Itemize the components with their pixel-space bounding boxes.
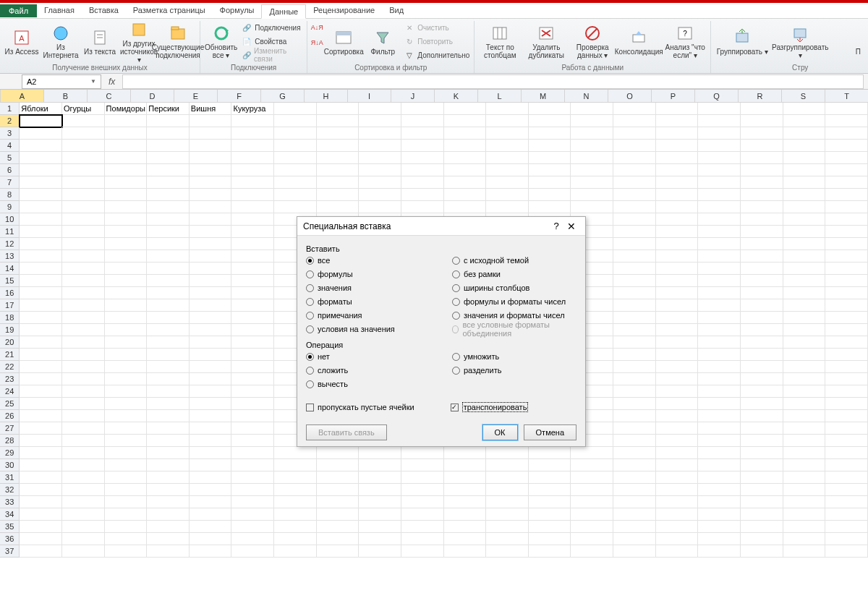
- cell[interactable]: [401, 164, 444, 176]
- tab-Разметка страницы[interactable]: Разметка страницы: [126, 4, 213, 18]
- cell[interactable]: [231, 324, 274, 336]
- name-box[interactable]: A2▼: [22, 74, 101, 89]
- cell[interactable]: [62, 336, 105, 349]
- cell[interactable]: [741, 361, 783, 373]
- cell[interactable]: [190, 312, 232, 324]
- cell[interactable]: [444, 127, 487, 140]
- cell[interactable]: [20, 422, 62, 435]
- cell[interactable]: [62, 385, 105, 398]
- cell[interactable]: [231, 398, 274, 410]
- cell[interactable]: [529, 201, 571, 213]
- cell[interactable]: [825, 152, 868, 164]
- cell[interactable]: [274, 176, 317, 189]
- cell[interactable]: [401, 189, 444, 201]
- cell[interactable]: [317, 103, 359, 115]
- cell[interactable]: [613, 422, 656, 435]
- cell[interactable]: [105, 361, 148, 373]
- cell[interactable]: [317, 459, 359, 471]
- cell[interactable]: [147, 299, 190, 312]
- cell[interactable]: [190, 545, 232, 558]
- row-header[interactable]: 18: [0, 312, 20, 324]
- cell[interactable]: [613, 176, 656, 189]
- cell[interactable]: [444, 459, 487, 471]
- cell[interactable]: [147, 250, 190, 263]
- cell[interactable]: [20, 410, 62, 422]
- cell[interactable]: [105, 275, 148, 287]
- cell[interactable]: [529, 115, 571, 127]
- ribbon-button[interactable]: AИз Access: [4, 21, 39, 63]
- cell[interactable]: [656, 398, 699, 410]
- cell[interactable]: [274, 115, 317, 127]
- cell[interactable]: [529, 545, 571, 558]
- cell[interactable]: [698, 115, 741, 127]
- cell[interactable]: [741, 176, 783, 189]
- cell[interactable]: [825, 176, 868, 189]
- cell[interactable]: [825, 201, 868, 213]
- cell[interactable]: [741, 471, 783, 484]
- cell[interactable]: [147, 533, 190, 545]
- cell[interactable]: [486, 533, 529, 545]
- cell[interactable]: [190, 508, 232, 521]
- cell[interactable]: [571, 545, 613, 558]
- cell[interactable]: [231, 226, 274, 238]
- cell[interactable]: [444, 484, 487, 496]
- cell[interactable]: [105, 422, 148, 435]
- cell[interactable]: [571, 521, 613, 533]
- cell[interactable]: [656, 275, 699, 287]
- cell[interactable]: [741, 275, 783, 287]
- cell[interactable]: [613, 459, 656, 471]
- cell[interactable]: [231, 275, 274, 287]
- cell[interactable]: [656, 226, 699, 238]
- cell[interactable]: [741, 459, 783, 471]
- cell[interactable]: [190, 349, 232, 361]
- cell[interactable]: [783, 299, 826, 312]
- cell[interactable]: [274, 533, 317, 545]
- cell[interactable]: [444, 533, 487, 545]
- cell[interactable]: [274, 127, 317, 140]
- cell[interactable]: [105, 312, 148, 324]
- cell[interactable]: [783, 435, 826, 447]
- cell[interactable]: [317, 115, 359, 127]
- cell[interactable]: [359, 140, 401, 152]
- column-header[interactable]: B: [44, 90, 88, 102]
- cell[interactable]: [190, 521, 232, 533]
- cell[interactable]: [359, 447, 401, 459]
- cell[interactable]: [62, 275, 105, 287]
- cell[interactable]: [231, 250, 274, 263]
- cell[interactable]: [571, 152, 613, 164]
- cell[interactable]: [613, 336, 656, 349]
- cell[interactable]: [190, 176, 232, 189]
- tab-Данные[interactable]: Данные: [261, 4, 306, 19]
- cell[interactable]: [656, 496, 699, 508]
- cell[interactable]: [783, 336, 826, 349]
- cell[interactable]: [825, 422, 868, 435]
- cell[interactable]: [783, 508, 826, 521]
- cell[interactable]: [571, 201, 613, 213]
- cell[interactable]: [529, 484, 571, 496]
- ribbon-button[interactable]: Консолидация: [618, 21, 660, 63]
- cell[interactable]: [613, 140, 656, 152]
- cell[interactable]: [401, 115, 444, 127]
- cell[interactable]: [20, 349, 62, 361]
- row-header[interactable]: 22: [0, 361, 20, 373]
- row-header[interactable]: 1: [0, 103, 20, 115]
- row-header[interactable]: 8: [0, 189, 20, 201]
- cell[interactable]: [231, 533, 274, 545]
- cell[interactable]: [656, 373, 699, 385]
- cell[interactable]: [741, 226, 783, 238]
- tab-file[interactable]: Файл: [0, 4, 37, 17]
- cell[interactable]: [62, 226, 105, 238]
- cell[interactable]: [274, 471, 317, 484]
- cell[interactable]: [571, 508, 613, 521]
- cell[interactable]: [147, 385, 190, 398]
- cell[interactable]: [613, 471, 656, 484]
- cell[interactable]: [147, 422, 190, 435]
- cell[interactable]: [105, 385, 148, 398]
- tab-Формулы[interactable]: Формулы: [213, 4, 262, 18]
- cell[interactable]: [147, 164, 190, 176]
- row-header[interactable]: 11: [0, 226, 20, 238]
- cell[interactable]: [147, 521, 190, 533]
- cell[interactable]: [741, 263, 783, 275]
- cell[interactable]: [825, 533, 868, 545]
- cell[interactable]: [825, 250, 868, 263]
